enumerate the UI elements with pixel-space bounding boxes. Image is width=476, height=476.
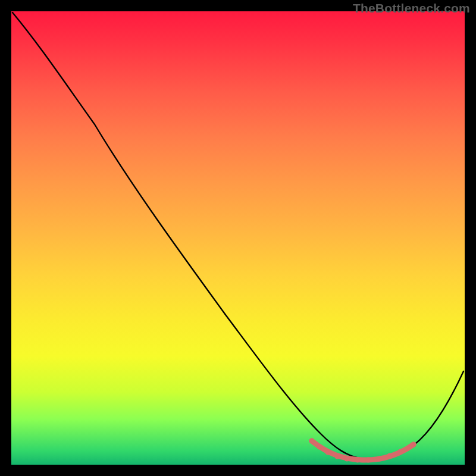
svg-point-9 bbox=[397, 449, 403, 454]
svg-point-8 bbox=[387, 453, 392, 458]
optimal-range-highlight bbox=[309, 438, 416, 462]
chart-svg bbox=[11, 11, 465, 465]
svg-point-4 bbox=[344, 456, 349, 461]
svg-point-6 bbox=[365, 457, 371, 462]
svg-point-7 bbox=[376, 456, 381, 461]
chart-frame: TheBottleneck.com bbox=[0, 0, 476, 476]
watermark-label: TheBottleneck.com bbox=[353, 1, 470, 15]
svg-point-3 bbox=[334, 453, 340, 459]
svg-point-1 bbox=[317, 444, 322, 449]
svg-point-5 bbox=[355, 457, 360, 462]
bottleneck-curve-path bbox=[12, 12, 464, 459]
svg-point-10 bbox=[411, 441, 416, 447]
chart-plot-area bbox=[11, 11, 465, 465]
svg-point-2 bbox=[325, 449, 330, 455]
svg-point-0 bbox=[309, 438, 314, 443]
